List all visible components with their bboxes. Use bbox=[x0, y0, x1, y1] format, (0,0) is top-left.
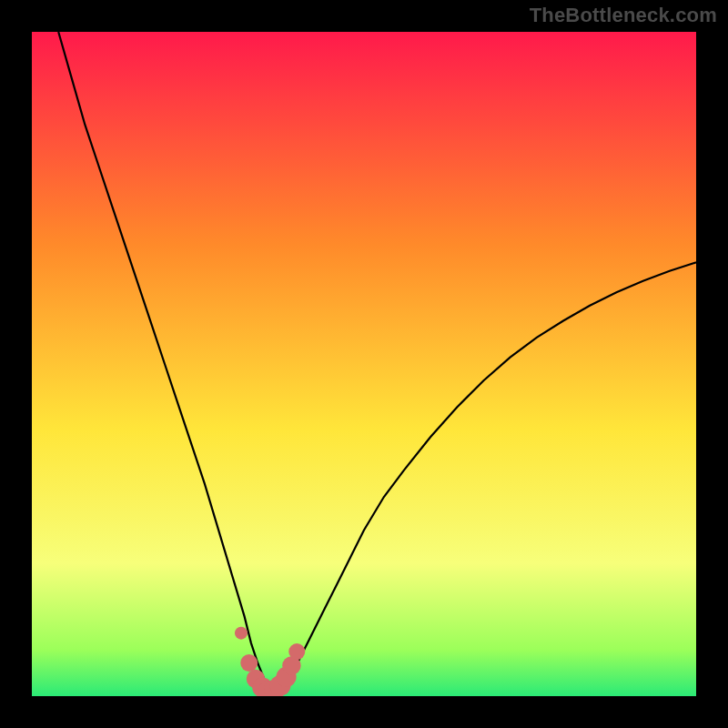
chart-frame: TheBottleneck.com bbox=[0, 0, 728, 728]
watermark-text: TheBottleneck.com bbox=[530, 4, 717, 27]
curve-marker bbox=[288, 643, 305, 660]
plot-area bbox=[32, 32, 696, 696]
curve-marker bbox=[235, 627, 248, 640]
gradient-background bbox=[32, 32, 696, 696]
curve-marker bbox=[240, 654, 258, 672]
bottleneck-chart bbox=[32, 32, 696, 696]
